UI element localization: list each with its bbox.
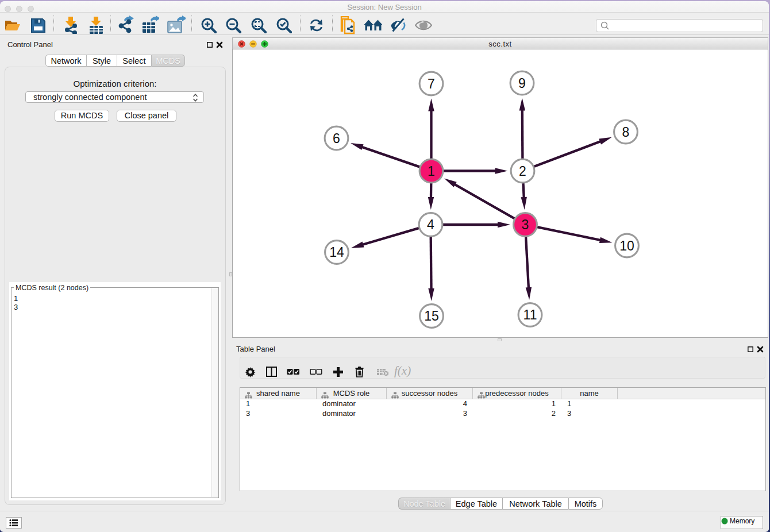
- svg-text:11: 11: [523, 307, 537, 322]
- svg-text:6: 6: [333, 131, 340, 146]
- svg-text:9: 9: [518, 76, 526, 91]
- svg-text:14: 14: [329, 245, 344, 260]
- svg-text:2: 2: [519, 164, 526, 179]
- svg-text:8: 8: [622, 125, 630, 140]
- svg-text:10: 10: [619, 238, 634, 253]
- svg-text:15: 15: [424, 309, 439, 323]
- svg-text:7: 7: [428, 76, 435, 91]
- svg-text:4: 4: [427, 217, 434, 232]
- svg-text:1: 1: [428, 164, 435, 179]
- svg-text:3: 3: [522, 217, 529, 232]
